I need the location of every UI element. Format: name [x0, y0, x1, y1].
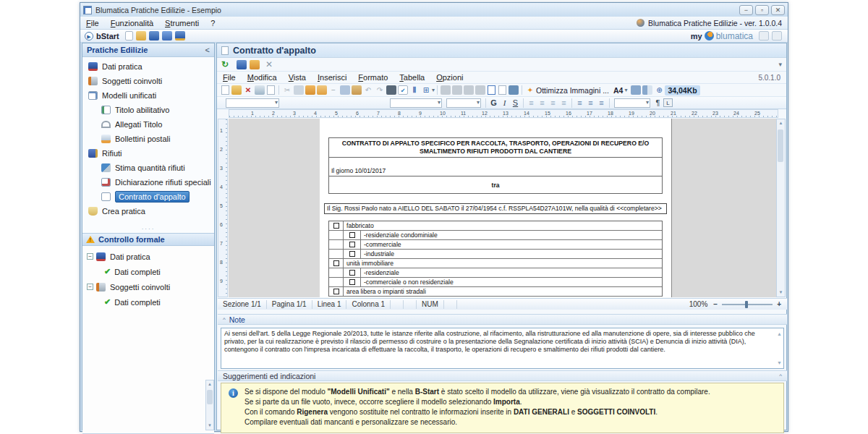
checkbox-icon[interactable] — [349, 232, 355, 238]
menu-funzionalita[interactable]: Funzionalità — [105, 17, 159, 29]
tree-node-soggetti-coinvolti[interactable]: − Soggetti coinvolti — [82, 279, 214, 294]
editor-menu-vista[interactable]: Vista — [283, 72, 312, 83]
controllo-formale-header[interactable]: Controllo formale — [82, 233, 214, 246]
notes-icon[interactable] — [772, 31, 782, 41]
clipboard-icon[interactable] — [352, 85, 362, 95]
tree-collapse-icon[interactable]: − — [87, 253, 93, 260]
open-folder-icon[interactable] — [136, 31, 146, 41]
page-format-label[interactable]: A4 — [613, 86, 623, 95]
table-icon[interactable]: ⊞ — [421, 85, 431, 95]
paste-special-icon[interactable] — [317, 85, 327, 95]
find-icon[interactable] — [386, 85, 396, 95]
indent-increase-icon[interactable] — [452, 85, 462, 95]
checkbox-icon[interactable] — [349, 242, 355, 247]
scrollbar-thumb[interactable] — [778, 129, 783, 162]
print-icon[interactable] — [255, 85, 265, 95]
menu-strumenti[interactable]: Strumenti — [159, 17, 205, 29]
sidebar-item-soggetti-coinvolti[interactable]: Soggetti coinvolti — [82, 74, 214, 88]
sidebar-item-stima-quantita-rifiuti[interactable]: Stima quantità rifiuti — [82, 161, 214, 175]
collapse-icon[interactable]: ^ — [223, 316, 226, 323]
editor-menu-tabella[interactable]: Tabella — [393, 72, 430, 83]
vertical-ruler[interactable]: 123456789 — [218, 119, 228, 297]
editor-menu-opzioni[interactable]: Opzioni — [430, 72, 469, 83]
tree-collapse-icon[interactable]: − — [87, 284, 93, 290]
sidebar-scrollbar[interactable]: ▲ ▼ — [205, 380, 214, 430]
contact-card-icon[interactable] — [759, 31, 769, 41]
window-minimize-button[interactable]: − — [739, 5, 753, 15]
redo-icon[interactable]: ↷ — [375, 85, 385, 95]
zoom-page-icon[interactable] — [498, 85, 506, 95]
indent-decrease-icon[interactable] — [441, 85, 451, 95]
tree-leaf-dati-completi[interactable]: ✔ Dati completi — [82, 264, 214, 279]
multilevel-list-icon[interactable]: ≡ — [596, 98, 607, 107]
scroll-up-icon[interactable]: ▲ — [206, 380, 213, 388]
hints-panel-header[interactable]: Suggerimenti ed indicazioni ^ — [218, 370, 787, 381]
save-icon[interactable] — [149, 31, 159, 41]
remove-icon[interactable]: − — [328, 85, 339, 95]
tools-icon[interactable]: ✕ — [265, 59, 273, 69]
editor-menu-formato[interactable]: Formato — [352, 72, 393, 83]
columns-icon[interactable]: Ⅱ — [409, 85, 420, 95]
print-preview-icon[interactable] — [267, 85, 275, 95]
sidebar-item-modelli-unificati[interactable]: Modelli unificati — [82, 88, 214, 103]
scroll-down-icon[interactable]: ▼ — [777, 359, 782, 367]
document-area[interactable]: CONTRATTO DI APPALTO SPECIFICO PER RACCO… — [229, 119, 778, 297]
align-left-icon[interactable]: ≡ — [526, 98, 537, 107]
save-all-icon[interactable] — [175, 31, 185, 41]
title-bar[interactable]: Blumatica Pratiche Edilizie - Esempio − … — [80, 3, 788, 17]
underline-button[interactable]: S — [510, 98, 521, 107]
export-icon[interactable] — [250, 60, 260, 69]
menu-help[interactable]: ? — [205, 17, 221, 29]
sidebar-item-rifiuti[interactable]: Rifiuti — [82, 146, 214, 161]
view-draft-icon[interactable] — [642, 85, 652, 95]
scroll-down-icon[interactable]: ▼ — [777, 289, 785, 297]
view-layout-icon[interactable] — [631, 85, 641, 95]
fit-page-icon[interactable]: ⊕ — [654, 85, 664, 95]
checkbox-icon[interactable] — [349, 270, 355, 276]
editor-menu-modifica[interactable]: Modifica — [242, 72, 283, 83]
tree-leaf-dati-completi[interactable]: ✔ Dati completi — [82, 294, 214, 310]
save-as-icon[interactable] — [162, 31, 172, 41]
sidebar-item-titolo-abilitativo[interactable]: Titolo abilitativo — [82, 103, 214, 117]
horizontal-ruler[interactable]: 1234567891011121314151617181920212223242… — [229, 109, 778, 118]
scroll-up-icon[interactable]: ▲ — [777, 119, 785, 127]
font-size-combo[interactable] — [446, 98, 481, 108]
window-maximize-button[interactable]: ▫ — [755, 5, 769, 15]
style-combo[interactable] — [226, 98, 279, 108]
checkbox-icon[interactable] — [349, 251, 355, 257]
bullet-list-icon[interactable]: ≡ — [574, 98, 585, 107]
page-format-dropdown-icon[interactable]: ▾ — [624, 87, 627, 93]
paste-icon[interactable] — [305, 85, 315, 95]
optimize-label[interactable]: Ottimizza Immagini ... — [536, 86, 609, 95]
bold-button[interactable]: G — [488, 98, 499, 107]
note-text-area[interactable]: Ai sensi dell'art. 5 della Legge Regiona… — [221, 328, 784, 369]
document-page[interactable]: CONTRATTO DI APPALTO SPECIFICO PER RACCO… — [320, 119, 672, 297]
checkbox-icon[interactable] — [333, 223, 339, 229]
scroll-down-icon[interactable]: ▼ — [206, 422, 213, 430]
open-icon[interactable] — [231, 85, 242, 95]
cut-icon[interactable]: ✂ — [282, 85, 292, 95]
editor-menu-file[interactable]: File — [217, 72, 242, 83]
sidebar-item-allegati-titolo[interactable]: Allegati Titolo — [82, 117, 214, 132]
italic-button[interactable]: I — [499, 98, 510, 107]
sidebar-item-contratto-appalto[interactable]: Contratto d'appalto — [82, 190, 214, 204]
sidebar-item-crea-pratica[interactable]: Crea pratica — [82, 204, 214, 218]
save-document-icon[interactable] — [237, 60, 247, 69]
zoom-combo[interactable] — [614, 98, 650, 108]
zoom-in-button[interactable]: + — [777, 300, 781, 308]
sidebar-item-dichiarazione-rifiuti[interactable]: Dichiarazione rifiuti speciali — [82, 175, 214, 190]
zoom-out-button[interactable]: − — [713, 300, 718, 308]
tree-node-dati-pratica[interactable]: − Dati pratica — [82, 249, 214, 264]
note-panel-header[interactable]: ^ Note — [218, 314, 787, 325]
regenerate-icon[interactable]: ↻ — [221, 59, 229, 69]
insert-image-icon[interactable] — [340, 85, 350, 95]
new-document-icon[interactable] — [221, 85, 229, 95]
scrollbar-thumb[interactable] — [207, 390, 213, 404]
table-dropdown-icon[interactable]: ▾ — [432, 87, 435, 93]
validate-document-icon[interactable]: ✔ — [398, 85, 408, 95]
copy-icon[interactable] — [294, 85, 304, 95]
bstart-button[interactable]: ▶ bStart — [80, 32, 124, 41]
checkbox-icon[interactable] — [349, 279, 355, 285]
document-scrollbar[interactable]: ▲ ▼ — [776, 119, 786, 297]
form-fields-icon[interactable] — [509, 85, 519, 95]
